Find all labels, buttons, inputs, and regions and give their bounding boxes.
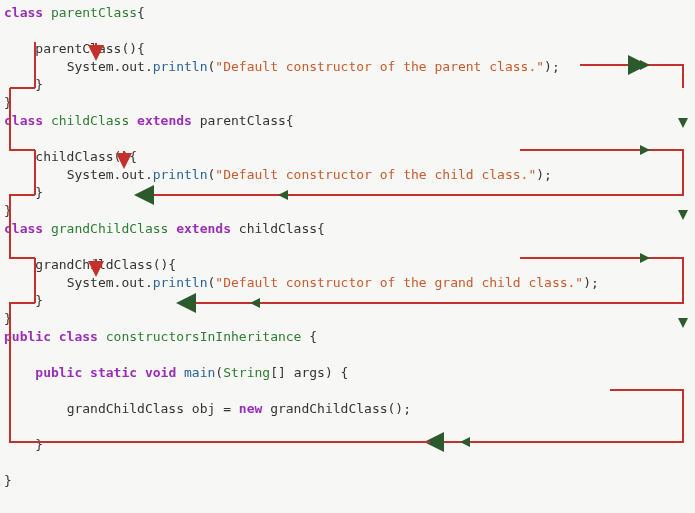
str: "Default constructor of the parent class… <box>215 59 544 74</box>
p: (){ <box>153 257 176 272</box>
kw-ext: extends <box>137 113 192 128</box>
brace: { <box>137 5 145 20</box>
t: } <box>4 185 43 200</box>
t: } <box>4 473 12 488</box>
type: grandChildClass <box>67 401 184 416</box>
stype: String <box>223 365 270 380</box>
kw-void: void <box>145 365 176 380</box>
end: (); <box>388 401 411 416</box>
t: ); <box>536 167 552 182</box>
cls: childClass <box>51 113 129 128</box>
brace: { <box>286 113 294 128</box>
cls: grandChildClass <box>51 221 168 236</box>
t: [] args) { <box>270 365 348 380</box>
kw-class: class <box>4 5 43 20</box>
t: } <box>4 203 12 218</box>
t: System.out. <box>67 167 153 182</box>
brace: { <box>301 329 317 344</box>
ctor: grandChildClass <box>35 257 152 272</box>
kw-pub: public <box>4 329 51 344</box>
ctor: grandChildClass <box>270 401 387 416</box>
kw-class: class <box>59 329 98 344</box>
str: "Default constructor of the grand child … <box>215 275 583 290</box>
t: } <box>4 293 43 308</box>
kw-static: static <box>90 365 137 380</box>
ctor: parentClass <box>35 41 121 56</box>
t: } <box>4 77 43 92</box>
kw-pub: public <box>35 365 82 380</box>
eq: = <box>223 401 231 416</box>
par: childClass <box>239 221 317 236</box>
ctor: childClass <box>35 149 113 164</box>
fn: println <box>153 275 208 290</box>
kw-ext: extends <box>176 221 231 236</box>
main: main <box>184 365 215 380</box>
t: ); <box>583 275 599 290</box>
cls: parentClass <box>51 5 137 20</box>
p: (){ <box>121 41 144 56</box>
str: "Default constructor of the child class.… <box>215 167 536 182</box>
t: } <box>4 95 12 110</box>
cls: constructorsInInheritance <box>106 329 302 344</box>
kw-class: class <box>4 113 43 128</box>
par: parentClass <box>200 113 286 128</box>
t: ( <box>215 365 223 380</box>
t: System.out. <box>67 275 153 290</box>
t: System.out. <box>67 59 153 74</box>
p: (){ <box>114 149 137 164</box>
var: obj <box>184 401 223 416</box>
fn: println <box>153 167 208 182</box>
t: ); <box>544 59 560 74</box>
t: } <box>4 437 43 452</box>
kw-new: new <box>231 401 270 416</box>
t: } <box>4 311 12 326</box>
fn: println <box>153 59 208 74</box>
kw-class: class <box>4 221 43 236</box>
brace: { <box>317 221 325 236</box>
code-block: class parentClass{ parentClass(){ System… <box>4 4 691 490</box>
